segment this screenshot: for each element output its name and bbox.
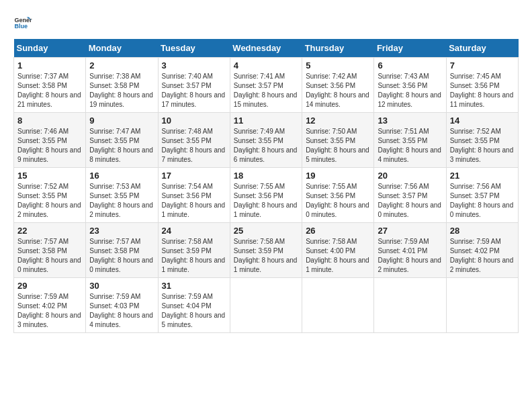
calendar-cell: 17 Sunrise: 7:54 AMSunset: 3:56 PMDaylig… [158,168,230,223]
day-info: Sunrise: 7:52 AMSunset: 3:55 PMDaylight:… [17,182,82,220]
svg-text:General: General [14,17,32,24]
calendar-cell: 7 Sunrise: 7:45 AMSunset: 3:56 PMDayligh… [446,58,518,113]
day-info: Sunrise: 7:59 AMSunset: 4:03 PMDaylight:… [89,292,154,330]
day-number: 28 [450,226,515,236]
day-number: 3 [162,60,226,71]
day-number: 1 [17,60,82,71]
calendar-cell: 12 Sunrise: 7:50 AMSunset: 3:55 PMDaylig… [302,113,374,168]
day-info: Sunrise: 7:40 AMSunset: 3:57 PMDaylight:… [162,72,226,109]
day-number: 4 [234,60,298,71]
day-info: Sunrise: 7:59 AMSunset: 4:02 PMDaylight:… [17,292,82,330]
calendar-cell: 4 Sunrise: 7:41 AMSunset: 3:57 PMDayligh… [230,58,302,113]
day-number: 5 [306,60,370,71]
calendar-cell: 30 Sunrise: 7:59 AMSunset: 4:03 PMDaylig… [86,278,158,333]
calendar-cell: 13 Sunrise: 7:51 AMSunset: 3:55 PMDaylig… [374,113,446,168]
day-number: 30 [89,281,154,291]
day-number: 18 [234,171,298,181]
day-info: Sunrise: 7:58 AMSunset: 3:59 PMDaylight:… [162,237,226,275]
day-number: 6 [378,60,442,71]
day-number: 16 [89,171,154,181]
calendar-week-row: 8 Sunrise: 7:46 AMSunset: 3:55 PMDayligh… [14,113,519,168]
day-number: 2 [89,60,154,71]
calendar-week-row: 15 Sunrise: 7:52 AMSunset: 3:55 PMDaylig… [14,168,519,223]
calendar-cell: 19 Sunrise: 7:55 AMSunset: 3:56 PMDaylig… [302,168,374,223]
calendar-cell: 28 Sunrise: 7:59 AMSunset: 4:02 PMDaylig… [446,223,518,278]
calendar-cell [374,278,446,333]
calendar-cell: 20 Sunrise: 7:56 AMSunset: 3:57 PMDaylig… [374,168,446,223]
calendar-cell: 29 Sunrise: 7:59 AMSunset: 4:02 PMDaylig… [14,278,86,333]
calendar-week-row: 1 Sunrise: 7:37 AMSunset: 3:58 PMDayligh… [14,58,519,113]
day-info: Sunrise: 7:46 AMSunset: 3:55 PMDaylight:… [17,127,82,165]
day-info: Sunrise: 7:56 AMSunset: 3:57 PMDaylight:… [378,182,442,220]
calendar-cell: 6 Sunrise: 7:43 AMSunset: 3:56 PMDayligh… [374,58,446,113]
day-info: Sunrise: 7:43 AMSunset: 3:56 PMDaylight:… [378,72,442,109]
calendar-cell: 14 Sunrise: 7:52 AMSunset: 3:55 PMDaylig… [446,113,518,168]
calendar-cell: 23 Sunrise: 7:57 AMSunset: 3:58 PMDaylig… [86,223,158,278]
day-number: 15 [17,171,82,181]
day-number: 25 [234,226,298,236]
day-number: 17 [162,171,226,181]
calendar-cell: 5 Sunrise: 7:42 AMSunset: 3:56 PMDayligh… [302,58,374,113]
day-number: 12 [306,116,370,126]
day-number: 31 [162,281,226,291]
day-number: 14 [450,116,515,126]
calendar-cell: 27 Sunrise: 7:59 AMSunset: 4:01 PMDaylig… [374,223,446,278]
day-number: 27 [378,226,442,236]
calendar-cell [446,278,518,333]
day-number: 20 [378,171,442,181]
day-info: Sunrise: 7:57 AMSunset: 3:58 PMDaylight:… [89,237,154,275]
day-number: 26 [306,226,370,236]
day-number: 11 [234,116,298,126]
day-number: 23 [89,226,154,236]
calendar-cell: 31 Sunrise: 7:59 AMSunset: 4:04 PMDaylig… [158,278,230,333]
calendar-cell [230,278,302,333]
day-number: 13 [378,116,442,126]
weekday-header-thursday: Thursday [302,39,374,58]
calendar-cell: 22 Sunrise: 7:57 AMSunset: 3:58 PMDaylig… [14,223,86,278]
day-number: 21 [450,171,515,181]
day-info: Sunrise: 7:38 AMSunset: 3:58 PMDaylight:… [89,72,154,109]
day-info: Sunrise: 7:54 AMSunset: 3:56 PMDaylight:… [162,182,226,220]
day-info: Sunrise: 7:42 AMSunset: 3:56 PMDaylight:… [306,72,370,109]
calendar-table: SundayMondayTuesdayWednesdayThursdayFrid… [13,39,519,333]
day-info: Sunrise: 7:45 AMSunset: 3:56 PMDaylight:… [450,72,515,109]
day-info: Sunrise: 7:49 AMSunset: 3:55 PMDaylight:… [234,127,298,165]
day-info: Sunrise: 7:56 AMSunset: 3:57 PMDaylight:… [450,182,515,220]
day-info: Sunrise: 7:50 AMSunset: 3:55 PMDaylight:… [306,127,370,165]
day-info: Sunrise: 7:47 AMSunset: 3:55 PMDaylight:… [89,127,154,165]
calendar-cell: 8 Sunrise: 7:46 AMSunset: 3:55 PMDayligh… [14,113,86,168]
weekday-header-row: SundayMondayTuesdayWednesdayThursdayFrid… [14,39,519,58]
day-info: Sunrise: 7:55 AMSunset: 3:56 PMDaylight:… [306,182,370,220]
weekday-header-saturday: Saturday [446,39,518,58]
header: General Blue [13,13,519,32]
weekday-header-sunday: Sunday [14,39,86,58]
calendar-cell: 10 Sunrise: 7:48 AMSunset: 3:55 PMDaylig… [158,113,230,168]
calendar-cell: 16 Sunrise: 7:53 AMSunset: 3:55 PMDaylig… [86,168,158,223]
calendar-cell: 18 Sunrise: 7:55 AMSunset: 3:56 PMDaylig… [230,168,302,223]
day-info: Sunrise: 7:55 AMSunset: 3:56 PMDaylight:… [234,182,298,220]
calendar-cell: 26 Sunrise: 7:58 AMSunset: 4:00 PMDaylig… [302,223,374,278]
day-number: 8 [17,116,82,126]
day-info: Sunrise: 7:52 AMSunset: 3:55 PMDaylight:… [450,127,515,165]
day-info: Sunrise: 7:59 AMSunset: 4:04 PMDaylight:… [162,292,226,330]
day-info: Sunrise: 7:58 AMSunset: 4:00 PMDaylight:… [306,237,370,275]
day-info: Sunrise: 7:57 AMSunset: 3:58 PMDaylight:… [17,237,82,275]
weekday-header-wednesday: Wednesday [230,39,302,58]
weekday-header-tuesday: Tuesday [158,39,230,58]
calendar-cell: 25 Sunrise: 7:58 AMSunset: 3:59 PMDaylig… [230,223,302,278]
day-info: Sunrise: 7:59 AMSunset: 4:02 PMDaylight:… [450,237,515,275]
calendar-cell: 11 Sunrise: 7:49 AMSunset: 3:55 PMDaylig… [230,113,302,168]
calendar-cell: 2 Sunrise: 7:38 AMSunset: 3:58 PMDayligh… [86,58,158,113]
weekday-header-monday: Monday [86,39,158,58]
calendar-cell: 15 Sunrise: 7:52 AMSunset: 3:55 PMDaylig… [14,168,86,223]
day-info: Sunrise: 7:41 AMSunset: 3:57 PMDaylight:… [234,72,298,109]
weekday-header-friday: Friday [374,39,446,58]
svg-text:Blue: Blue [14,23,28,30]
calendar-cell: 3 Sunrise: 7:40 AMSunset: 3:57 PMDayligh… [158,58,230,113]
day-number: 29 [17,281,82,291]
day-number: 22 [17,226,82,236]
day-info: Sunrise: 7:53 AMSunset: 3:55 PMDaylight:… [89,182,154,220]
day-info: Sunrise: 7:51 AMSunset: 3:55 PMDaylight:… [378,127,442,165]
calendar-cell: 1 Sunrise: 7:37 AMSunset: 3:58 PMDayligh… [14,58,86,113]
day-info: Sunrise: 7:58 AMSunset: 3:59 PMDaylight:… [234,237,298,275]
